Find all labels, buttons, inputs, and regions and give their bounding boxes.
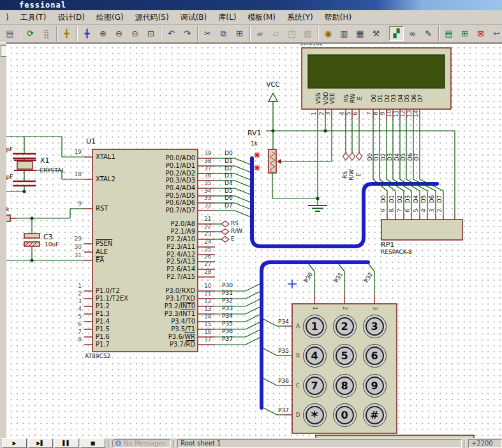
- make-device-icon[interactable]: ▥: [337, 26, 351, 41]
- play-button[interactable]: ▶: [2, 438, 27, 448]
- keypad-key-8[interactable]: 8: [333, 374, 357, 398]
- copy-icon[interactable]: ⧉: [216, 26, 231, 41]
- wire[interactable]: [246, 315, 260, 322]
- u1-pin-number: 18: [75, 172, 82, 177]
- redo-icon[interactable]: ↷: [180, 26, 195, 41]
- wire[interactable]: [235, 174, 251, 180]
- keypad-key-5[interactable]: 5: [333, 344, 357, 368]
- resistor-body[interactable]: [6, 215, 10, 221]
- wire[interactable]: [246, 307, 260, 314]
- wire[interactable]: [369, 264, 374, 271]
- wire[interactable]: [246, 299, 260, 306]
- u1-pin-name: P3.4/T0: [171, 318, 195, 325]
- menu-item-5[interactable]: 库(L): [212, 11, 242, 24]
- pan-icon[interactable]: ╋: [80, 26, 94, 41]
- wire[interactable]: [246, 292, 260, 299]
- u1-pin-number: 24: [204, 239, 211, 245]
- menu-item-partial[interactable]: ): [0, 11, 15, 23]
- wire[interactable]: [235, 203, 251, 209]
- menu-item-4[interactable]: 调试(B): [175, 11, 213, 24]
- menu-item-0[interactable]: 工具(T): [15, 11, 52, 24]
- wire[interactable]: [235, 188, 251, 195]
- u1-pin-name: P0.7/AD7: [166, 207, 195, 214]
- origin-icon[interactable]: ╋: [59, 26, 74, 41]
- zoom-area-icon[interactable]: ⊡: [144, 26, 158, 41]
- keypad-key-9[interactable]: 9: [363, 374, 387, 398]
- keypad-key-6[interactable]: 6: [363, 344, 387, 368]
- keypad-key-label: 0: [336, 406, 354, 424]
- keypad-key-3[interactable]: 3: [363, 315, 387, 338]
- schematic-canvas[interactable]: U1AT89C5219XTAL118XTAL29RST29PSEN30ALE31…: [6, 43, 502, 439]
- zoom-all-icon[interactable]: ⊙: [128, 26, 142, 41]
- crystal-body[interactable]: [17, 161, 33, 169]
- packaging-tool-icon[interactable]: ▦: [353, 26, 367, 41]
- u1-pin-number: 30: [75, 244, 82, 250]
- refresh-icon[interactable]: ⟳: [23, 26, 38, 41]
- wire[interactable]: [246, 338, 260, 345]
- property-assignment-icon[interactable]: ✎: [421, 26, 436, 41]
- step-button[interactable]: ▶▌: [28, 438, 53, 448]
- wire[interactable]: [263, 348, 277, 355]
- menu-item-2[interactable]: 绘图(G): [91, 11, 129, 24]
- wire[interactable]: [309, 264, 314, 271]
- wire[interactable]: [235, 211, 251, 217]
- menu-item-1[interactable]: 设计(D): [52, 11, 91, 24]
- menu-item-3[interactable]: 源代码(S): [129, 11, 175, 24]
- search-tag-icon[interactable]: ∞: [405, 26, 420, 41]
- decompose-icon[interactable]: ⚒: [369, 26, 383, 41]
- lcd-screen[interactable]: [308, 55, 445, 88]
- u1-pin-number: 15: [204, 322, 211, 327]
- menu-item-6[interactable]: 模板(M): [242, 11, 281, 24]
- wire[interactable]: [235, 181, 251, 187]
- titlebar[interactable]: fessional: [0, 0, 502, 10]
- c3-plate-bottom[interactable]: [24, 242, 40, 246]
- terminal-label: E: [231, 236, 235, 242]
- wire[interactable]: [263, 319, 277, 326]
- menu-item-7[interactable]: 系统(Y): [281, 11, 319, 24]
- wire[interactable]: [235, 196, 251, 202]
- keypad-key-7[interactable]: 7: [303, 374, 327, 398]
- paste-icon[interactable]: ⊞: [232, 26, 247, 41]
- wire[interactable]: [246, 284, 260, 291]
- new-sheet-icon[interactable]: ⊞: [457, 26, 472, 41]
- lcd-pin-number: 8: [373, 112, 379, 116]
- keypad-key-2[interactable]: 2: [333, 315, 357, 338]
- keypad-key-1[interactable]: 1: [303, 315, 327, 338]
- wire[interactable]: [235, 166, 251, 172]
- wire[interactable]: [263, 378, 277, 385]
- menu-item-8[interactable]: 帮助(H): [319, 11, 357, 24]
- vcc-terminal-icon: [269, 93, 277, 101]
- pick-device-icon[interactable]: ◉: [321, 26, 336, 41]
- wire[interactable]: [339, 264, 344, 271]
- keypad-key-star[interactable]: *: [303, 403, 327, 427]
- c3-plate-top[interactable]: [24, 234, 40, 238]
- zoom-in-icon[interactable]: ⊕: [96, 26, 110, 41]
- new-document-icon[interactable]: ▤: [3, 26, 17, 41]
- wire[interactable]: [235, 158, 251, 165]
- undo-icon[interactable]: ↶: [164, 26, 179, 41]
- net-label-keypad-row: P35: [278, 348, 289, 354]
- stop-button[interactable]: ■: [80, 438, 105, 448]
- net-label-p3: P35: [222, 321, 233, 327]
- wire[interactable]: [246, 330, 260, 337]
- keypad-key-4[interactable]: 4: [303, 344, 327, 368]
- cut-icon[interactable]: ✂: [200, 26, 215, 41]
- u1-pin-number: 29: [75, 236, 82, 242]
- design-explorer-icon[interactable]: ▤: [441, 26, 456, 41]
- remove-sheet-icon[interactable]: ⊠: [473, 26, 488, 41]
- keypad-key-0[interactable]: 0: [333, 403, 357, 427]
- wire[interactable]: [263, 408, 277, 415]
- wire-autorouter-icon[interactable]: ▞: [389, 26, 404, 41]
- goto-sheet-icon[interactable]: ↩: [489, 26, 502, 41]
- vcc-label: VCC: [267, 82, 280, 88]
- wire[interactable]: [246, 322, 260, 329]
- keypad-key-hash[interactable]: #: [363, 403, 387, 427]
- rp1-body[interactable]: [381, 220, 462, 240]
- rv1-body[interactable]: [269, 149, 276, 173]
- junction-dot: [30, 258, 33, 262]
- u1-pin-number: 9: [78, 201, 82, 207]
- pause-button[interactable]: ▌▌: [54, 438, 79, 448]
- u1-pin-name: P1.0/T2: [96, 288, 120, 294]
- toggle-grid-icon[interactable]: ⣿: [39, 26, 54, 41]
- zoom-out-icon[interactable]: ⊖: [112, 26, 126, 41]
